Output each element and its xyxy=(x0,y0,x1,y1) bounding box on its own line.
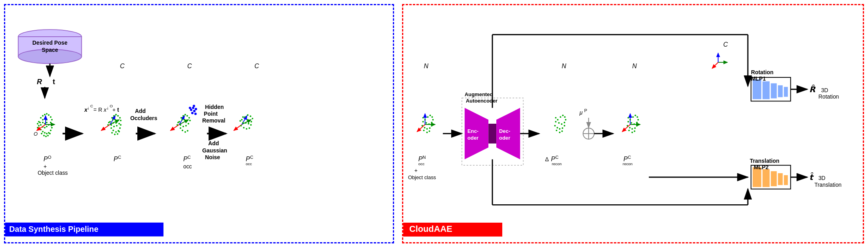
svg-point-83 xyxy=(113,122,114,124)
svg-point-15 xyxy=(50,116,52,118)
svg-point-44 xyxy=(37,127,38,128)
svg-point-150 xyxy=(252,118,253,119)
svg-text:MLP1: MLP1 xyxy=(751,75,766,82)
svg-rect-288 xyxy=(753,79,761,99)
svg-point-159 xyxy=(249,127,250,129)
svg-text:recon: recon xyxy=(552,162,562,166)
svg-text:= R: = R xyxy=(93,107,102,113)
svg-point-189 xyxy=(432,116,433,118)
svg-point-113 xyxy=(182,126,184,127)
svg-point-160 xyxy=(250,124,252,126)
svg-point-271 xyxy=(632,128,633,130)
svg-point-37 xyxy=(41,133,42,134)
svg-point-14 xyxy=(48,114,50,116)
svg-point-40 xyxy=(47,135,49,136)
svg-point-86 xyxy=(115,131,117,133)
svg-point-234 xyxy=(564,125,565,126)
svg-point-155 xyxy=(240,120,241,122)
svg-point-260 xyxy=(630,119,631,121)
svg-rect-301 xyxy=(763,169,770,187)
svg-point-125 xyxy=(193,110,196,112)
svg-point-122 xyxy=(187,130,188,132)
svg-point-22 xyxy=(40,124,42,126)
svg-point-186 xyxy=(424,119,426,121)
svg-text:N: N xyxy=(632,63,637,69)
svg-point-203 xyxy=(429,130,430,132)
svg-point-116 xyxy=(181,119,183,121)
main-container: Desired Pose Space R t xyxy=(0,0,868,249)
svg-point-151 xyxy=(250,121,252,123)
svg-text:3D: 3D xyxy=(821,87,828,93)
svg-text:O: O xyxy=(34,131,38,137)
svg-text:R̂: R̂ xyxy=(809,85,816,94)
svg-text:Add: Add xyxy=(208,140,219,147)
svg-text:P: P xyxy=(183,156,188,162)
svg-text:Desired Pose: Desired Pose xyxy=(32,40,67,46)
svg-point-195 xyxy=(422,125,423,126)
svg-point-222 xyxy=(560,116,561,118)
svg-point-121 xyxy=(184,131,186,133)
svg-text:occ: occ xyxy=(183,163,192,170)
left-diagram: Desired Pose Space R t xyxy=(5,5,393,242)
svg-point-267 xyxy=(631,122,632,124)
svg-point-32 xyxy=(44,132,46,134)
svg-text:μ: μ xyxy=(579,109,583,116)
svg-point-188 xyxy=(430,115,431,116)
svg-point-17 xyxy=(50,122,52,123)
svg-text:oder: oder xyxy=(468,135,479,141)
svg-point-89 xyxy=(120,124,121,126)
svg-text:C: C xyxy=(628,155,631,160)
svg-point-202 xyxy=(426,132,428,133)
svg-point-194 xyxy=(422,121,424,123)
svg-point-10 xyxy=(40,117,42,119)
right-panel: Normali- zation N xyxy=(402,4,864,243)
svg-point-42 xyxy=(38,125,40,126)
svg-point-231 xyxy=(557,127,558,128)
svg-text:+: + xyxy=(113,107,116,113)
svg-point-70 xyxy=(115,114,117,115)
svg-point-264 xyxy=(638,119,639,121)
svg-point-39 xyxy=(45,136,47,137)
svg-point-272 xyxy=(634,127,636,129)
svg-text:t: t xyxy=(53,78,55,86)
svg-point-198 xyxy=(429,127,431,129)
svg-text:Translation: Translation xyxy=(814,182,842,188)
svg-point-225 xyxy=(565,119,567,121)
svg-point-115 xyxy=(177,122,179,123)
svg-point-232 xyxy=(559,128,561,130)
svg-text:Data Synthesis Pipeline: Data Synthesis Pipeline xyxy=(9,225,99,233)
svg-rect-304 xyxy=(784,175,788,185)
svg-text:Translation: Translation xyxy=(750,158,779,164)
svg-text:t: t xyxy=(117,107,119,113)
svg-point-130 xyxy=(189,107,191,109)
svg-point-108 xyxy=(186,115,188,117)
svg-text:Add: Add xyxy=(135,108,146,114)
svg-text:Object class: Object class xyxy=(38,170,68,176)
svg-rect-289 xyxy=(763,81,770,99)
svg-point-227 xyxy=(561,123,563,125)
svg-point-85 xyxy=(113,130,114,131)
svg-point-226 xyxy=(564,122,565,123)
svg-point-35 xyxy=(50,130,52,131)
svg-point-91 xyxy=(114,134,116,135)
svg-text:oder: oder xyxy=(499,135,510,141)
svg-text:i: i xyxy=(107,106,108,111)
svg-point-224 xyxy=(564,116,566,118)
svg-rect-292 xyxy=(784,87,788,97)
svg-text:+: + xyxy=(44,163,47,170)
svg-point-81 xyxy=(116,120,118,122)
svg-text:P: P xyxy=(585,108,587,113)
svg-point-277 xyxy=(634,130,636,132)
svg-text:Enc-: Enc- xyxy=(468,128,479,134)
svg-point-16 xyxy=(51,119,53,121)
svg-point-36 xyxy=(51,127,53,128)
svg-point-124 xyxy=(191,112,194,114)
svg-text:C: C xyxy=(118,155,121,160)
svg-text:Object class: Object class xyxy=(408,174,436,180)
svg-point-77 xyxy=(111,124,112,126)
svg-text:Dec-: Dec- xyxy=(499,128,510,134)
svg-point-126 xyxy=(190,109,192,111)
svg-text:x: x xyxy=(84,107,88,113)
svg-point-228 xyxy=(558,122,560,124)
svg-point-93 xyxy=(118,131,120,132)
